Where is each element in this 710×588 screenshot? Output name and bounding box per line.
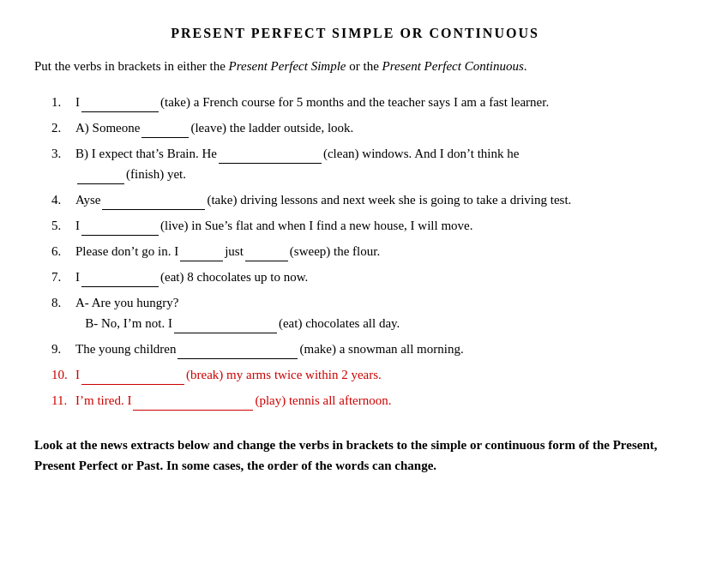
blank-2[interactable] [141, 124, 189, 138]
blank-5[interactable] [81, 222, 159, 236]
list-item: 7. I(eat) 8 chocolates up to now. [51, 267, 676, 287]
page-title: PRESENT PERFECT SIMPLE OR CONTINUOUS [34, 26, 676, 41]
list-item: 2. A) Someone(leave) the ladder outside,… [51, 117, 676, 138]
blank-7[interactable] [81, 273, 159, 287]
list-item: 6. Please don’t go in. Ijust(sweep) the … [51, 241, 676, 261]
list-item: 4. Ayse(take) driving lessons and next w… [51, 189, 676, 210]
list-item: 1. I(take) a French course for 5 months … [51, 92, 676, 112]
instructions: Put the verbs in brackets in either the … [34, 57, 676, 76]
blank-3a[interactable] [219, 150, 322, 164]
blank-6b[interactable] [245, 248, 288, 261]
list-item: 5. I(live) in Sue’s flat and when I find… [51, 215, 676, 236]
blank-1[interactable] [81, 99, 159, 112]
blank-6a[interactable] [180, 248, 223, 261]
list-item: 11. I’m tired. I(play) tennis all aftern… [51, 390, 676, 411]
list-item: 9. The young children(make) a snowman al… [51, 339, 676, 359]
list-item: 10. I(break) my arms twice within 2 year… [51, 364, 676, 385]
blank-3b[interactable] [77, 171, 124, 184]
blank-4[interactable] [102, 196, 205, 210]
list-item: 8. A- Are you hungry? B- No, I’m not. I(… [51, 292, 676, 333]
blank-8[interactable] [174, 320, 277, 333]
list-item: 3. B) I expect that’s Brain. He(clean) w… [51, 143, 676, 184]
exercise-list: 1. I(take) a French course for 5 months … [51, 92, 676, 411]
blank-10[interactable] [81, 371, 184, 385]
blank-11[interactable] [133, 397, 253, 411]
section2-text: Look at the news extracts below and chan… [34, 435, 676, 476]
blank-9[interactable] [178, 345, 298, 359]
